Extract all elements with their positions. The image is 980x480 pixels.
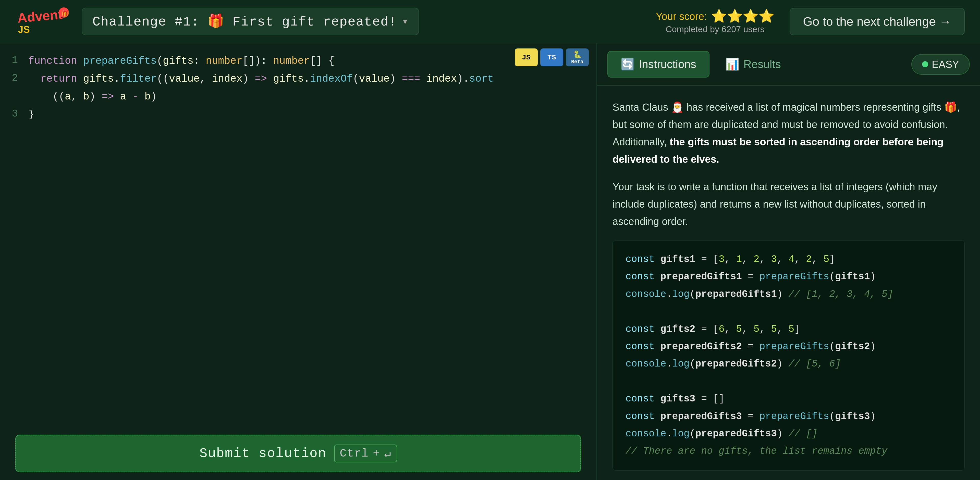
difficulty-label: EASY bbox=[932, 59, 959, 70]
chart-icon: 📊 bbox=[725, 58, 739, 71]
svg-text:JS: JS bbox=[18, 24, 30, 35]
code-example-line-7: const gifts3 = [] bbox=[625, 390, 952, 407]
challenge-title: Challenge #1: 🎁 First gift repeated! bbox=[92, 13, 397, 30]
code-example-line-5: const preparedGifts2 = prepareGifts(gift… bbox=[625, 338, 952, 355]
code-example-block: const gifts1 = [3, 1, 2, 3, 4, 2, 5] con… bbox=[612, 240, 965, 470]
chevron-down-icon: ▾ bbox=[402, 15, 408, 28]
ts-lang-button[interactable]: TS bbox=[540, 49, 563, 66]
code-example-line-4: const gifts2 = [6, 5, 5, 5, 5] bbox=[625, 321, 952, 338]
enter-key: ↵ bbox=[384, 447, 391, 460]
instructions-panel: 🔄 Instructions 📊 Results EASY Santa Clau… bbox=[597, 43, 980, 480]
instructions-content: Santa Claus 🎅 has received a list of mag… bbox=[597, 86, 980, 480]
panel-tabs: 🔄 Instructions 📊 Results EASY bbox=[597, 43, 980, 86]
submit-button-area: Submit solution Ctrl + ↵ bbox=[0, 427, 597, 480]
editor-toolbar: JS TS 🐍 Beta bbox=[515, 49, 589, 66]
score-stars: ⭐⭐⭐⭐ bbox=[711, 9, 774, 24]
code-example-line-3: console.log(preparedGifts1) // [1, 2, 3,… bbox=[625, 286, 952, 303]
score-section: Your score: ⭐⭐⭐⭐ Completed by 6207 users bbox=[655, 9, 774, 34]
challenge-selector[interactable]: Challenge #1: 🎁 First gift repeated! ▾ bbox=[82, 8, 419, 35]
code-example-line-9: console.log(preparedGifts3) // [] bbox=[625, 425, 952, 442]
code-example-line-10: // There are no gifts, the list remains … bbox=[625, 442, 952, 460]
code-example-line-8: const preparedGifts3 = prepareGifts(gift… bbox=[625, 408, 952, 425]
code-example-line-2: const preparedGifts1 = prepareGifts(gift… bbox=[625, 268, 952, 285]
description-paragraph-1: Santa Claus 🎅 has received a list of mag… bbox=[612, 98, 965, 168]
header: Advent JS 🎁 Challenge #1: 🎁 First gift r… bbox=[0, 0, 980, 43]
keyboard-shortcut: Ctrl + ↵ bbox=[334, 445, 397, 463]
results-tab-label: Results bbox=[743, 58, 781, 71]
score-completed: Completed by 6207 users bbox=[655, 24, 774, 34]
code-line-1: 1 function prepareGifts(gifts: number[])… bbox=[0, 54, 597, 71]
ctrl-key: Ctrl bbox=[340, 447, 369, 460]
difficulty-dot bbox=[922, 61, 928, 67]
py-lang-button[interactable]: 🐍 Beta bbox=[566, 49, 589, 66]
submit-solution-button[interactable]: Submit solution Ctrl + ↵ bbox=[15, 435, 581, 472]
svg-text:🎁: 🎁 bbox=[61, 10, 69, 17]
recycle-icon: 🔄 bbox=[620, 58, 635, 71]
next-challenge-button[interactable]: Go to the next challenge → bbox=[790, 8, 965, 35]
code-example-line-blank2 bbox=[625, 373, 952, 390]
next-challenge-label: Go to the next challenge → bbox=[803, 14, 951, 29]
instructions-tab-label: Instructions bbox=[639, 58, 696, 71]
code-example-line-6: console.log(preparedGifts2) // [5, 6] bbox=[625, 355, 952, 372]
tab-instructions[interactable]: 🔄 Instructions bbox=[608, 51, 710, 78]
tab-results[interactable]: 📊 Results bbox=[712, 51, 794, 78]
svg-text:Advent: Advent bbox=[17, 7, 63, 25]
score-label: Your score: bbox=[655, 11, 707, 22]
editor-panel: JS TS 🐍 Beta 1 function prepareGifts(gif… bbox=[0, 43, 597, 480]
logo: Advent JS 🎁 bbox=[15, 5, 72, 38]
main-content: JS TS 🐍 Beta 1 function prepareGifts(gif… bbox=[0, 43, 980, 480]
header-right: Your score: ⭐⭐⭐⭐ Completed by 6207 users… bbox=[655, 8, 965, 35]
code-line-3: 3 } bbox=[0, 107, 597, 125]
code-line-2: 2 return gifts.filter((value, index) => … bbox=[0, 71, 597, 89]
code-example-line-1: const gifts1 = [3, 1, 2, 3, 4, 2, 5] bbox=[625, 251, 952, 268]
code-editor[interactable]: 1 function prepareGifts(gifts: number[])… bbox=[0, 43, 597, 427]
submit-label: Submit solution bbox=[199, 446, 326, 461]
difficulty-badge: EASY bbox=[912, 54, 970, 75]
code-example-line-blank1 bbox=[625, 303, 952, 320]
plus-sign: + bbox=[373, 447, 380, 460]
description-paragraph-2: Your task is to write a function that re… bbox=[612, 178, 965, 230]
js-lang-button[interactable]: JS bbox=[515, 49, 538, 66]
code-line-2b: ((a, b) => a - b) bbox=[0, 89, 597, 107]
